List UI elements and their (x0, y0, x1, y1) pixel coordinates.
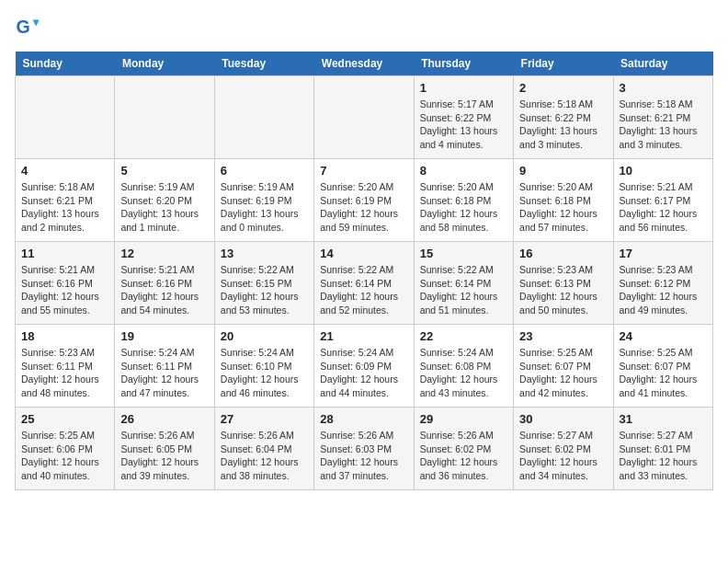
day-info: Sunrise: 5:26 AM Sunset: 6:02 PM Dayligh… (420, 429, 507, 483)
svg-marker-1 (33, 20, 40, 27)
calendar-cell: 5Sunrise: 5:19 AM Sunset: 6:20 PM Daylig… (115, 159, 214, 242)
day-number: 16 (519, 247, 607, 260)
calendar-cell: 29Sunrise: 5:26 AM Sunset: 6:02 PM Dayli… (414, 408, 513, 490)
calendar-cell: 15Sunrise: 5:22 AM Sunset: 6:14 PM Dayli… (414, 242, 513, 325)
day-number: 15 (420, 247, 507, 260)
day-info: Sunrise: 5:27 AM Sunset: 6:02 PM Dayligh… (519, 429, 607, 483)
header-sunday: Sunday (16, 52, 115, 76)
calendar-cell: 25Sunrise: 5:25 AM Sunset: 6:06 PM Dayli… (16, 408, 115, 490)
day-number: 22 (420, 329, 507, 343)
logo: G (15, 15, 44, 40)
day-number: 6 (221, 164, 308, 178)
day-info: Sunrise: 5:20 AM Sunset: 6:18 PM Dayligh… (519, 180, 607, 235)
day-number: 11 (21, 247, 108, 260)
calendar-week-row: 4Sunrise: 5:18 AM Sunset: 6:21 PM Daylig… (16, 159, 713, 242)
day-info: Sunrise: 5:21 AM Sunset: 6:16 PM Dayligh… (120, 263, 208, 317)
day-number: 23 (519, 329, 607, 343)
day-number: 20 (221, 329, 308, 343)
day-info: Sunrise: 5:18 AM Sunset: 6:21 PM Dayligh… (21, 180, 108, 235)
header-friday: Friday (514, 52, 613, 76)
day-number: 10 (620, 164, 707, 178)
day-info: Sunrise: 5:21 AM Sunset: 6:16 PM Dayligh… (21, 263, 108, 317)
svg-text:G: G (16, 17, 29, 37)
day-number: 3 (620, 81, 707, 95)
day-info: Sunrise: 5:20 AM Sunset: 6:19 PM Dayligh… (320, 180, 407, 235)
day-info: Sunrise: 5:26 AM Sunset: 6:03 PM Dayligh… (320, 429, 407, 483)
day-info: Sunrise: 5:21 AM Sunset: 6:17 PM Dayligh… (620, 180, 707, 235)
day-number: 18 (21, 329, 108, 343)
day-info: Sunrise: 5:27 AM Sunset: 6:01 PM Dayligh… (620, 429, 707, 483)
calendar-cell: 9Sunrise: 5:20 AM Sunset: 6:18 PM Daylig… (514, 159, 613, 242)
calendar-week-row: 1Sunrise: 5:17 AM Sunset: 6:22 PM Daylig… (16, 76, 713, 159)
day-info: Sunrise: 5:20 AM Sunset: 6:18 PM Dayligh… (420, 180, 507, 235)
day-info: Sunrise: 5:24 AM Sunset: 6:10 PM Dayligh… (221, 346, 308, 400)
day-info: Sunrise: 5:18 AM Sunset: 6:21 PM Dayligh… (620, 98, 707, 152)
day-info: Sunrise: 5:25 AM Sunset: 6:06 PM Dayligh… (21, 429, 108, 483)
calendar-cell (16, 76, 115, 159)
calendar-cell: 20Sunrise: 5:24 AM Sunset: 6:10 PM Dayli… (214, 325, 313, 408)
calendar-cell: 1Sunrise: 5:17 AM Sunset: 6:22 PM Daylig… (414, 76, 513, 159)
day-info: Sunrise: 5:23 AM Sunset: 6:12 PM Dayligh… (620, 263, 707, 317)
calendar-cell: 18Sunrise: 5:23 AM Sunset: 6:11 PM Dayli… (16, 325, 115, 408)
day-info: Sunrise: 5:25 AM Sunset: 6:07 PM Dayligh… (519, 346, 607, 400)
logo-icon: G (15, 15, 40, 40)
calendar-cell: 28Sunrise: 5:26 AM Sunset: 6:03 PM Dayli… (314, 408, 414, 490)
day-number: 7 (320, 164, 407, 178)
day-info: Sunrise: 5:24 AM Sunset: 6:11 PM Dayligh… (120, 346, 208, 400)
day-number: 19 (120, 329, 208, 343)
day-number: 17 (620, 247, 707, 260)
day-number: 14 (320, 247, 407, 260)
header-thursday: Thursday (414, 52, 513, 76)
calendar-cell (314, 76, 414, 159)
calendar-cell: 10Sunrise: 5:21 AM Sunset: 6:17 PM Dayli… (613, 159, 712, 242)
calendar-cell: 14Sunrise: 5:22 AM Sunset: 6:14 PM Dayli… (314, 242, 414, 325)
header-monday: Monday (115, 52, 214, 76)
day-info: Sunrise: 5:22 AM Sunset: 6:14 PM Dayligh… (320, 263, 407, 317)
calendar-cell: 30Sunrise: 5:27 AM Sunset: 6:02 PM Dayli… (514, 408, 613, 490)
calendar-cell (115, 76, 214, 159)
day-number: 13 (221, 247, 308, 260)
calendar-week-row: 25Sunrise: 5:25 AM Sunset: 6:06 PM Dayli… (16, 408, 713, 490)
day-number: 24 (620, 329, 707, 343)
calendar-cell: 4Sunrise: 5:18 AM Sunset: 6:21 PM Daylig… (16, 159, 115, 242)
day-info: Sunrise: 5:23 AM Sunset: 6:11 PM Dayligh… (21, 346, 108, 400)
calendar-cell: 7Sunrise: 5:20 AM Sunset: 6:19 PM Daylig… (314, 159, 414, 242)
calendar-header-row: SundayMondayTuesdayWednesdayThursdayFrid… (16, 52, 713, 76)
day-info: Sunrise: 5:26 AM Sunset: 6:04 PM Dayligh… (221, 429, 308, 483)
day-number: 25 (21, 412, 108, 426)
day-number: 27 (221, 412, 308, 426)
day-info: Sunrise: 5:25 AM Sunset: 6:07 PM Dayligh… (620, 346, 707, 400)
header-tuesday: Tuesday (214, 52, 313, 76)
calendar-week-row: 18Sunrise: 5:23 AM Sunset: 6:11 PM Dayli… (16, 325, 713, 408)
calendar-cell: 13Sunrise: 5:22 AM Sunset: 6:15 PM Dayli… (214, 242, 313, 325)
calendar-cell: 16Sunrise: 5:23 AM Sunset: 6:13 PM Dayli… (514, 242, 613, 325)
calendar-cell: 26Sunrise: 5:26 AM Sunset: 6:05 PM Dayli… (115, 408, 214, 490)
day-info: Sunrise: 5:26 AM Sunset: 6:05 PM Dayligh… (120, 429, 208, 483)
day-number: 1 (420, 81, 507, 95)
calendar-cell: 8Sunrise: 5:20 AM Sunset: 6:18 PM Daylig… (414, 159, 513, 242)
day-number: 26 (120, 412, 208, 426)
calendar-cell: 12Sunrise: 5:21 AM Sunset: 6:16 PM Dayli… (115, 242, 214, 325)
day-number: 4 (21, 164, 108, 178)
day-info: Sunrise: 5:23 AM Sunset: 6:13 PM Dayligh… (519, 263, 607, 317)
calendar-cell: 31Sunrise: 5:27 AM Sunset: 6:01 PM Dayli… (613, 408, 712, 490)
calendar-week-row: 11Sunrise: 5:21 AM Sunset: 6:16 PM Dayli… (16, 242, 713, 325)
day-info: Sunrise: 5:24 AM Sunset: 6:09 PM Dayligh… (320, 346, 407, 400)
day-number: 30 (519, 412, 607, 426)
day-info: Sunrise: 5:22 AM Sunset: 6:15 PM Dayligh… (221, 263, 308, 317)
day-number: 28 (320, 412, 407, 426)
calendar-cell: 23Sunrise: 5:25 AM Sunset: 6:07 PM Dayli… (514, 325, 613, 408)
calendar-cell: 11Sunrise: 5:21 AM Sunset: 6:16 PM Dayli… (16, 242, 115, 325)
day-number: 29 (420, 412, 507, 426)
day-number: 5 (120, 164, 208, 178)
header-wednesday: Wednesday (314, 52, 414, 76)
header-saturday: Saturday (613, 52, 712, 76)
calendar-cell: 3Sunrise: 5:18 AM Sunset: 6:21 PM Daylig… (613, 76, 712, 159)
calendar-cell: 24Sunrise: 5:25 AM Sunset: 6:07 PM Dayli… (613, 325, 712, 408)
day-number: 8 (420, 164, 507, 178)
calendar-cell: 2Sunrise: 5:18 AM Sunset: 6:22 PM Daylig… (514, 76, 613, 159)
day-info: Sunrise: 5:19 AM Sunset: 6:19 PM Dayligh… (221, 180, 308, 235)
day-info: Sunrise: 5:24 AM Sunset: 6:08 PM Dayligh… (420, 346, 507, 400)
calendar-cell: 22Sunrise: 5:24 AM Sunset: 6:08 PM Dayli… (414, 325, 513, 408)
page-header: G (15, 15, 713, 40)
